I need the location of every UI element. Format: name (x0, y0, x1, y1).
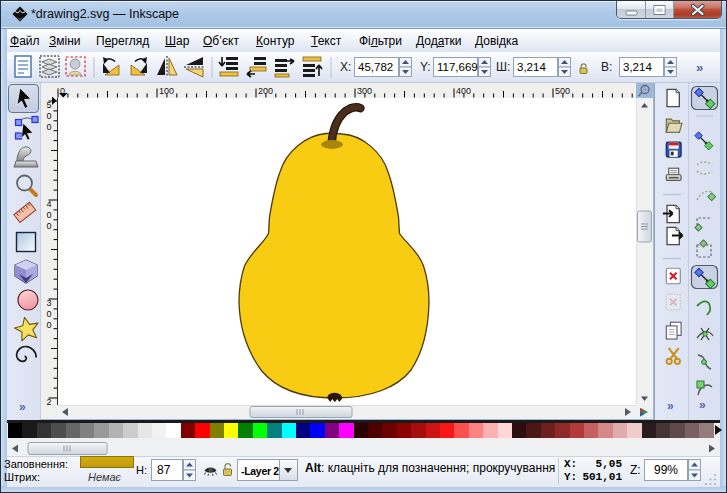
svg-text:400: 400 (456, 86, 471, 96)
svg-text:0: 0 (47, 210, 52, 220)
svg-text:0: 0 (47, 122, 52, 132)
svg-text:3: 3 (47, 298, 52, 308)
svg-text:4: 4 (47, 199, 52, 209)
svg-text:100: 100 (159, 86, 174, 96)
svg-text:300: 300 (357, 86, 372, 96)
svg-text:0: 0 (47, 320, 52, 330)
svg-text:200: 200 (258, 86, 273, 96)
svg-text:0: 0 (47, 221, 52, 231)
svg-text:0: 0 (47, 111, 52, 121)
svg-text:5: 5 (47, 100, 52, 110)
svg-text:500: 500 (555, 86, 570, 96)
svg-text:0: 0 (47, 309, 52, 319)
